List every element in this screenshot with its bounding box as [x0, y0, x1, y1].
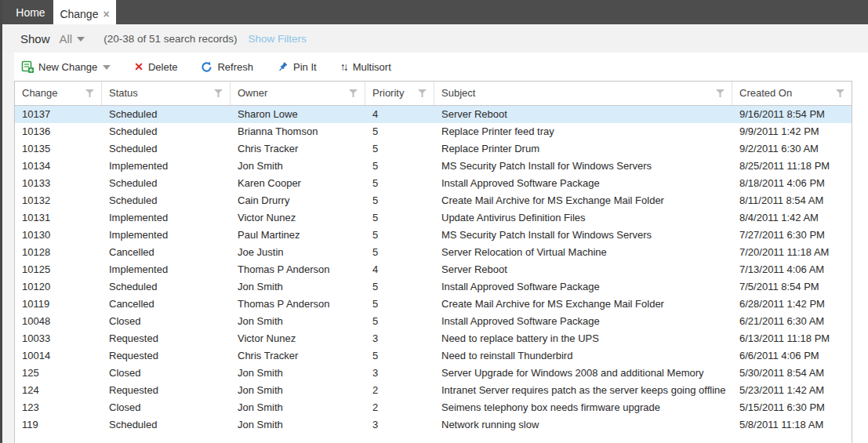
- cell-subject: MS Security Patch Install for Windows Se…: [434, 158, 732, 175]
- table-row[interactable]: 10132ScheduledCain Drurry5Create Mail Ar…: [15, 192, 852, 209]
- cell-priority: 5: [365, 123, 434, 140]
- filter-funnel-icon[interactable]: [349, 89, 358, 97]
- delete-label: Delete: [148, 61, 178, 73]
- cell-subject: Create Mail Archive for MS Exchange Mail…: [434, 296, 732, 313]
- cell-subject: Install Approved Software Package: [434, 278, 732, 296]
- chevron-down-icon: [77, 37, 85, 42]
- table-row[interactable]: 10136ScheduledBrianna Thomson5Replace Pr…: [15, 123, 852, 140]
- column-header-created-on[interactable]: Created On: [732, 82, 852, 105]
- table-row[interactable]: 125ClosedJon Smith3Server Upgrade for Wi…: [15, 365, 852, 382]
- cell-subject: Server Relocation of Virtual Machine: [434, 244, 732, 261]
- cell-created-on: 7/20/2011 11:18 AM: [732, 244, 852, 261]
- column-header-priority[interactable]: Priority: [365, 82, 434, 105]
- close-icon[interactable]: ×: [103, 9, 109, 20]
- cell-subject: Create Mail Archive for MS Exchange Mail…: [434, 192, 732, 209]
- cell-owner: Victor Nunez: [231, 209, 365, 227]
- cell-subject: Network running slow: [434, 416, 732, 434]
- chevron-down-icon: [103, 65, 111, 70]
- table-row[interactable]: 10014RequestedChris Tracker5Need to rein…: [15, 347, 852, 365]
- cell-status: Scheduled: [102, 175, 231, 192]
- cell-status: Scheduled: [102, 106, 231, 123]
- table-row[interactable]: 124RequestedJon Smith2Intranet Server re…: [15, 382, 852, 399]
- cell-owner: Paul Martinez: [231, 227, 365, 244]
- cell-priority: 5: [365, 158, 434, 175]
- cell-priority: 5: [365, 296, 434, 313]
- table-body: 10137ScheduledSharon Lowe4Server Reboot9…: [15, 106, 852, 434]
- column-header-subject[interactable]: Subject: [434, 82, 732, 105]
- show-filters-link[interactable]: Show Filters: [249, 33, 307, 45]
- cell-owner: Jon Smith: [231, 416, 365, 434]
- cell-status: Implemented: [102, 261, 231, 278]
- table-row[interactable]: 10130ImplementedPaul Martinez5MS Securit…: [15, 227, 852, 244]
- table-header: Change Status Owner Priority Subject Cre…: [15, 82, 852, 106]
- multisort-icon: ↑↓: [340, 60, 347, 73]
- table-row[interactable]: 10133ScheduledKaren Cooper5Install Appro…: [15, 175, 852, 192]
- table-row[interactable]: 10131ImplementedVictor Nunez5Update Anti…: [15, 209, 852, 227]
- cell-priority: 5: [365, 313, 434, 330]
- cell-subject: Seimens telephony box needs firmware upg…: [434, 399, 732, 416]
- cell-owner: Joe Justin: [231, 244, 365, 261]
- table-row[interactable]: 10048ClosedJon Smith5Install Approved So…: [15, 313, 852, 330]
- cell-subject: Server Reboot: [434, 106, 732, 123]
- delete-button[interactable]: ✕ Delete: [134, 60, 177, 73]
- cell-created-on: 5/8/2011 11:18 AM: [732, 416, 852, 434]
- cell-status: Scheduled: [102, 140, 231, 158]
- table-row[interactable]: 10137ScheduledSharon Lowe4Server Reboot9…: [15, 106, 852, 123]
- filter-funnel-icon[interactable]: [214, 89, 223, 97]
- cell-owner: Chris Tracker: [231, 140, 365, 158]
- cell-status: Requested: [102, 330, 231, 347]
- show-filter-value: All: [60, 32, 73, 45]
- tab-home[interactable]: Home: [8, 0, 53, 24]
- table-row[interactable]: 10135ScheduledChris Tracker5Replace Prin…: [15, 140, 852, 158]
- tab-bar: Home Change ×: [0, 0, 868, 24]
- cell-change: 10048: [15, 313, 102, 330]
- cell-created-on: 9/2/2011 6:30 AM: [732, 140, 852, 158]
- table-row[interactable]: 10134ImplementedJon Smith5MS Security Pa…: [15, 158, 852, 175]
- cell-status: Cancelled: [102, 244, 231, 261]
- column-header-status[interactable]: Status: [102, 82, 231, 105]
- table-row[interactable]: 10125ImplementedThomas P Anderson4Server…: [15, 261, 852, 278]
- cell-created-on: 6/6/2011 4:06 PM: [732, 347, 852, 365]
- show-filter-dropdown[interactable]: All: [60, 32, 85, 45]
- pin-it-button[interactable]: Pin It: [277, 61, 317, 73]
- cell-change: 10137: [15, 106, 102, 123]
- cell-subject: Replace Printer Drum: [434, 140, 732, 158]
- tab-change-label: Change: [60, 8, 98, 20]
- cell-owner: Victor Nunez: [231, 330, 365, 347]
- cell-priority: 4: [365, 106, 434, 123]
- table-row[interactable]: 10119CancelledThomas P Anderson5Create M…: [15, 296, 852, 313]
- cell-created-on: 8/4/2011 1:42 AM: [732, 209, 852, 227]
- cell-priority: 5: [365, 140, 434, 158]
- table-row[interactable]: 10033RequestedVictor Nunez3Need to repla…: [15, 330, 852, 347]
- cell-status: Scheduled: [102, 123, 231, 140]
- cell-owner: Thomas P Anderson: [231, 296, 365, 313]
- cell-priority: 4: [365, 261, 434, 278]
- table-row[interactable]: 10120ScheduledJon Smith5Install Approved…: [15, 278, 852, 296]
- table-row[interactable]: 119ScheduledJon Smith3Network running sl…: [15, 416, 852, 434]
- cell-subject: Replace Printer feed tray: [434, 123, 732, 140]
- cell-change: 10130: [15, 227, 102, 244]
- filter-funnel-icon[interactable]: [418, 89, 427, 97]
- cell-created-on: 8/11/2011 8:54 AM: [732, 192, 852, 209]
- table-row[interactable]: 10128CancelledJoe Justin5Server Relocati…: [15, 244, 852, 261]
- table-row[interactable]: 123ClosedJon Smith2Seimens telephony box…: [15, 399, 852, 416]
- cell-status: Closed: [102, 313, 231, 330]
- cell-created-on: 8/18/2011 4:06 PM: [732, 175, 852, 192]
- multisort-label: Multisort: [353, 61, 391, 73]
- filter-funnel-icon[interactable]: [716, 89, 725, 97]
- multisort-button[interactable]: ↑↓ Multisort: [340, 60, 391, 73]
- column-header-change[interactable]: Change: [15, 82, 102, 105]
- cell-status: Implemented: [102, 158, 231, 175]
- cell-created-on: 6/13/2011 11:18 PM: [732, 330, 852, 347]
- filter-funnel-icon[interactable]: [85, 89, 94, 97]
- filter-funnel-icon[interactable]: [836, 89, 844, 97]
- column-header-owner[interactable]: Owner: [231, 82, 365, 105]
- tab-change[interactable]: Change ×: [53, 0, 116, 24]
- new-change-label: New Change: [38, 61, 97, 73]
- cell-status: Requested: [102, 347, 231, 365]
- cell-created-on: 9/16/2011 8:54 PM: [732, 106, 852, 123]
- cell-priority: 5: [365, 192, 434, 209]
- new-change-button[interactable]: New Change: [21, 60, 111, 73]
- cell-change: 10119: [15, 296, 102, 313]
- refresh-button[interactable]: Refresh: [201, 61, 253, 73]
